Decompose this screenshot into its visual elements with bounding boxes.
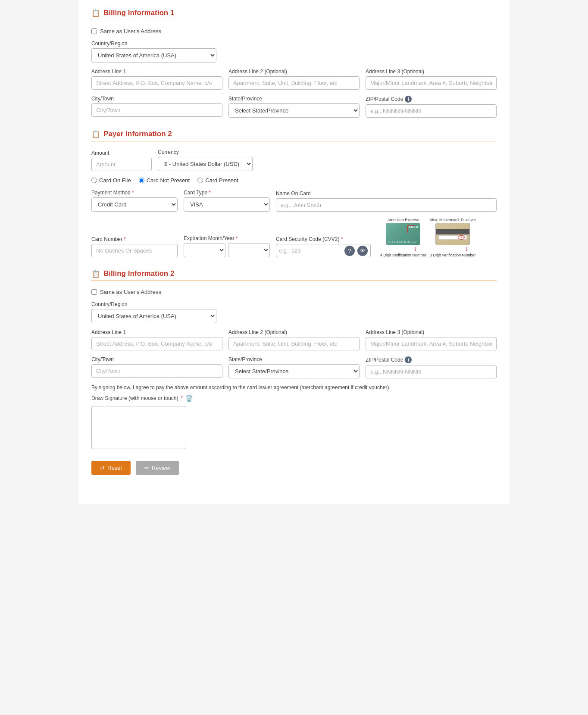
state-select-2[interactable]: Select State/Province [228, 364, 360, 378]
zip-group-1: ZIP/Postal Code i [366, 96, 497, 118]
card-not-present-radio[interactable] [139, 178, 144, 183]
address3-input-1[interactable] [366, 76, 497, 90]
country-row-2: Country/Region United States of America … [91, 301, 497, 323]
address3-group-2: Address Line 3 (Optional) [366, 329, 497, 350]
city-label-1: City/Town [91, 96, 222, 102]
bottom-actions: ↺ Reset ✏ Review [91, 461, 497, 475]
payer-icon: 📋 [91, 130, 100, 138]
state-select-1[interactable]: Select State/Province [228, 103, 360, 118]
card-type-label: Card Type * [184, 190, 270, 196]
country-select-2[interactable]: United States of America (USA) [91, 309, 216, 323]
eraser-icon[interactable]: 🗑️ [185, 395, 193, 402]
cvv-input[interactable] [276, 244, 343, 257]
currency-select[interactable]: $ - United States Dollar (USD) [158, 157, 253, 171]
currency-group: Currency $ - United States Dollar (USD) [158, 149, 253, 171]
same-as-user-label-2: Same as User's Address [100, 289, 161, 295]
amex-arrow: ↓ [413, 245, 417, 252]
currency-label: Currency [158, 149, 253, 155]
payer-info-2-title: Payer Information 2 [103, 130, 172, 138]
reset-icon: ↺ [100, 465, 105, 471]
amount-input[interactable] [91, 158, 152, 171]
name-on-card-input[interactable] [276, 198, 497, 212]
card-number-input[interactable] [91, 244, 178, 257]
state-label-1: State/Province [228, 96, 360, 102]
city-group-2: City/Town [91, 356, 222, 378]
amex-card-block: American Express AMEX 3782 82246 31000 ↓… [380, 218, 426, 257]
city-input-1[interactable] [91, 103, 222, 117]
card-number-row: Card Number * Expiration Month/Year * 01… [91, 218, 497, 257]
expiry-month-select[interactable]: 010203 040506 070809 101112 [184, 243, 225, 257]
address3-label-2: Address Line 3 (Optional) [366, 329, 497, 335]
address2-group-1: Address Line 2 (Optional) [228, 69, 360, 90]
signature-label: Draw Signature (with mouse or touch) * 🗑… [91, 395, 497, 402]
address2-input-1[interactable] [228, 76, 360, 90]
cvv-question-button[interactable]: ? [344, 246, 355, 256]
cvv-group: Card Security Code (CVV2) * ? 👁 [276, 236, 371, 257]
amex-number: 3782 82246 31000 [388, 240, 418, 243]
signature-canvas[interactable] [91, 406, 186, 449]
zip-input-1[interactable] [366, 104, 497, 118]
sig-strip: 123 [438, 235, 467, 240]
address1-input-2[interactable] [91, 337, 222, 350]
same-as-user-checkbox-2[interactable] [91, 289, 97, 295]
country-row-1: Country/Region United States of America … [91, 41, 497, 62]
zip-info-icon-1[interactable]: i [405, 96, 412, 103]
reset-button[interactable]: ↺ Reset [91, 461, 131, 475]
address1-label-1: Address Line 1 [91, 69, 222, 75]
amex-label: American Express [388, 218, 419, 222]
expiry-year-select[interactable]: 202420252026 202720282029 2030 [228, 243, 270, 257]
zip-info-icon-2[interactable]: i [405, 356, 412, 363]
billing-icon-2: 📋 [91, 270, 100, 278]
country-label-2: Country/Region [91, 301, 216, 307]
address1-label-2: Address Line 1 [91, 329, 222, 335]
visa-mc-label: Visa, Mastercard, Discover [430, 218, 476, 222]
city-label-2: City/Town [91, 356, 222, 362]
address-row-1: Address Line 1 Address Line 2 (Optional)… [91, 69, 497, 90]
address-row-2: Address Line 1 Address Line 2 (Optional)… [91, 329, 497, 350]
cvv-label: Card Security Code (CVV2) * [276, 236, 371, 242]
payer-info-2-section: 📋 Payer Information 2 Amount Currency $ … [91, 130, 497, 257]
reset-label: Reset [107, 465, 122, 471]
city-group-1: City/Town [91, 96, 222, 118]
payer-info-2-header: 📋 Payer Information 2 [91, 130, 497, 141]
billing-info-2-title: Billing Information 2 [103, 269, 174, 278]
card-on-file-option[interactable]: Card On File [91, 177, 131, 184]
amount-currency-row: Amount Currency $ - United States Dollar… [91, 149, 497, 171]
address3-input-2[interactable] [366, 337, 497, 350]
payment-method-select[interactable]: Credit Card [91, 197, 178, 212]
name-on-card-label: Name On Card [276, 190, 497, 197]
cvv-wrapper: ? 👁 [276, 244, 371, 257]
card-number-group: Card Number * [91, 236, 178, 257]
zip-label-2: ZIP/Postal Code i [366, 356, 497, 363]
country-group-1: Country/Region United States of America … [91, 41, 216, 62]
three-digit-sig: 123 [458, 235, 465, 240]
billing-icon-1: 📋 [91, 9, 100, 17]
card-images-area: American Express AMEX 3782 82246 31000 ↓… [380, 218, 476, 257]
address1-group-1: Address Line 1 [91, 69, 222, 90]
zip-input-2[interactable] [366, 365, 497, 378]
country-select-1[interactable]: United States of America (USA) [91, 48, 216, 62]
same-as-user-checkbox-1[interactable] [91, 28, 97, 34]
review-button[interactable]: ✏ Review [136, 461, 179, 475]
address2-label-1: Address Line 2 (Optional) [228, 69, 360, 75]
address2-label-2: Address Line 2 (Optional) [228, 329, 360, 335]
card-type-select[interactable]: VISA [184, 197, 270, 212]
card-not-present-option[interactable]: Card Not Present [139, 177, 190, 184]
agreement-text: By signing below, I agree to pay the abo… [91, 384, 497, 390]
address1-input-1[interactable] [91, 76, 222, 90]
card-present-label: Card Present [205, 177, 238, 184]
expiry-label: Expiration Month/Year * [184, 235, 270, 241]
expiry-group: Expiration Month/Year * 010203 040506 07… [184, 235, 270, 257]
city-input-2[interactable] [91, 364, 222, 378]
payment-method-group: Payment Method * Credit Card [91, 190, 178, 212]
card-present-option[interactable]: Card Present [197, 177, 238, 184]
zip-label-1: ZIP/Postal Code i [366, 96, 497, 103]
visa-card-block: Visa, Mastercard, Discover 123 ↓ 3 Digit… [430, 218, 476, 257]
card-on-file-radio[interactable] [91, 178, 97, 183]
address2-input-2[interactable] [228, 337, 360, 350]
card-present-radio[interactable] [197, 178, 203, 183]
same-as-user-row-2: Same as User's Address [91, 289, 497, 295]
country-label-1: Country/Region [91, 41, 216, 47]
city-state-zip-row-2: City/Town State/Province Select State/Pr… [91, 356, 497, 378]
cvv-eye-button[interactable]: 👁 [357, 246, 368, 256]
